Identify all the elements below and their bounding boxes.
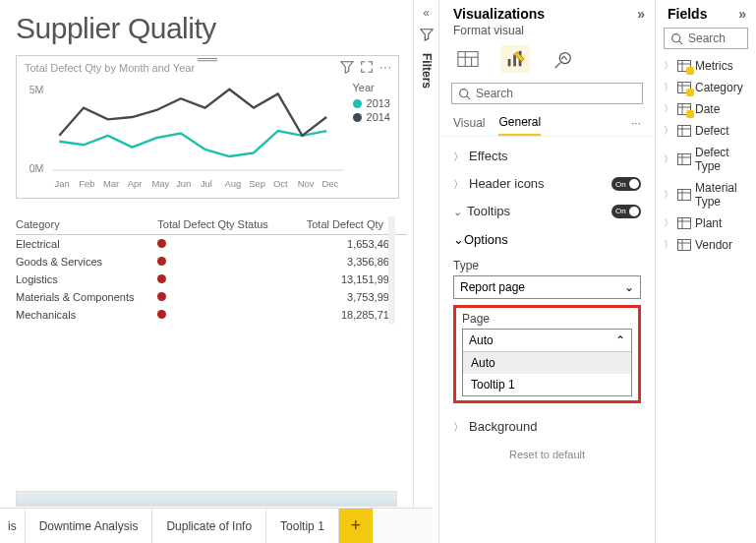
card-tooltips[interactable]: ⌄Tooltips [451, 198, 643, 224]
chevron-right-icon: 〉 [664, 216, 673, 230]
col-status[interactable]: Total Defect Qty Status [157, 216, 290, 235]
svg-text:Jun: Jun [176, 178, 191, 189]
status-dot-icon [157, 292, 166, 301]
page-dropdown[interactable]: Auto ⌃ Auto Tooltip 1 [462, 329, 632, 396]
chevron-right-icon: 〉 [453, 178, 464, 190]
analytics-icon[interactable] [548, 45, 577, 73]
status-dot-icon [157, 239, 166, 248]
field-table-defect-type[interactable]: 〉 Defect Type [656, 142, 756, 177]
report-canvas[interactable]: Supplier Quality ══ ··· Total Defect Qty… [0, 0, 413, 507]
page-option-auto[interactable]: Auto [463, 352, 631, 374]
visualizations-title: Visualizations [453, 6, 545, 22]
chevron-up-icon: ⌃ [615, 333, 625, 347]
svg-rect-46 [678, 218, 691, 229]
table-scrollbar[interactable] [388, 216, 395, 324]
status-dot-icon [157, 257, 166, 266]
status-dot-icon [157, 310, 166, 319]
chart-legend: Year 2013 2014 [349, 78, 390, 194]
line-chart-visual[interactable]: ══ ··· Total Defect Qty by Month and Yea… [16, 55, 399, 199]
tab-tooltip-1[interactable]: Tooltip 1 [266, 509, 339, 543]
svg-text:0M: 0M [29, 162, 44, 174]
format-search-input[interactable]: Search [451, 83, 643, 104]
subtab-general[interactable]: General [498, 110, 541, 136]
filter-icon[interactable] [340, 60, 354, 78]
category-table[interactable]: Category Total Defect Qty Status Total D… [16, 216, 407, 324]
subtab-visual[interactable]: Visual [453, 111, 485, 135]
chevron-right-icon: 〉 [664, 188, 673, 202]
subtab-more-icon[interactable]: ··· [631, 116, 641, 130]
format-visual-icon[interactable] [500, 45, 530, 73]
card-background[interactable]: 〉Background [451, 413, 643, 441]
svg-line-27 [679, 40, 682, 43]
filters-pane-collapsed[interactable]: « Filters [413, 0, 438, 543]
svg-text:Sep: Sep [249, 178, 265, 189]
page-tabs: is Downtime Analysis Duplicate of Info T… [0, 508, 433, 543]
tab-truncated[interactable]: is [0, 509, 26, 543]
status-dot-icon [157, 274, 166, 283]
page-dropdown-highlight: Page Auto ⌃ Auto Tooltip 1 [453, 305, 641, 403]
more-options-icon[interactable]: ··· [379, 60, 392, 78]
svg-text:May: May [151, 178, 169, 189]
expand-filters-icon[interactable]: « [423, 6, 430, 20]
chevron-down-icon: ⌄ [453, 232, 464, 247]
field-table-material-type[interactable]: 〉 Material Type [656, 177, 756, 212]
svg-point-26 [672, 33, 680, 41]
svg-text:Aug: Aug [225, 178, 242, 189]
chevron-right-icon: 〉 [664, 102, 673, 116]
type-dropdown[interactable]: Report page ⌄ [453, 275, 641, 299]
field-table-vendor[interactable]: 〉 Vendor [656, 234, 756, 256]
chevron-right-icon: 〉 [664, 152, 673, 166]
chevron-right-icon: 〉 [664, 238, 673, 252]
search-icon [458, 88, 471, 100]
col-category[interactable]: Category [16, 216, 157, 235]
field-table-date[interactable]: 〉 Date [656, 98, 756, 120]
svg-point-24 [460, 89, 468, 96]
svg-rect-37 [678, 126, 691, 137]
field-table-metrics[interactable]: 〉 Metrics [656, 55, 756, 77]
search-icon [670, 32, 683, 45]
table-row[interactable]: Logistics13,151,993 [16, 271, 407, 288]
focus-mode-icon[interactable] [360, 60, 374, 78]
table-row[interactable]: Goods & Services3,356,864 [16, 253, 407, 271]
table-row[interactable]: Materials & Components3,753,994 [16, 288, 407, 306]
svg-line-25 [467, 95, 470, 98]
svg-text:Jan: Jan [55, 178, 70, 189]
card-header-icons[interactable]: 〉Header icons [451, 170, 643, 198]
collapse-viz-icon[interactable]: » [637, 6, 645, 22]
svg-text:Nov: Nov [298, 178, 315, 189]
tooltips-toggle[interactable] [611, 205, 641, 218]
map-visual[interactable] [16, 491, 397, 507]
tab-downtime-analysis[interactable]: Downtime Analysis [26, 509, 153, 543]
field-table-defect[interactable]: 〉 Defect [656, 120, 756, 142]
field-table-plant[interactable]: 〉 Plant [656, 212, 756, 234]
build-visual-icon[interactable] [453, 45, 483, 73]
card-options[interactable]: ⌄Options [453, 226, 641, 253]
reset-to-default-link[interactable]: Reset to default [451, 441, 643, 460]
filters-label: Filters [420, 53, 434, 89]
chevron-down-icon: ⌄ [624, 280, 634, 294]
page-option-tooltip1[interactable]: Tooltip 1 [463, 374, 631, 395]
fields-title: Fields [668, 6, 707, 22]
chevron-right-icon: 〉 [453, 421, 464, 433]
visualizations-pane: Visualizations » Format visual Search Vi… [438, 0, 655, 543]
card-effects[interactable]: 〉Effects [451, 143, 643, 170]
collapse-fields-icon[interactable]: » [738, 6, 746, 22]
add-page-button[interactable]: + [339, 509, 373, 543]
page-title: Supplier Quality [16, 12, 407, 45]
tab-duplicate-of-info[interactable]: Duplicate of Info [152, 509, 266, 543]
fields-pane: Fields » Search 〉 Metrics〉 Category〉 Dat… [655, 0, 756, 543]
header-icons-toggle[interactable] [611, 177, 641, 191]
field-table-category[interactable]: 〉 Category [656, 77, 756, 98]
table-icon [677, 125, 691, 137]
table-icon [677, 239, 691, 251]
line-chart: 5M 0M JanFebMar AprMayJun JulAugSep OctN… [25, 78, 349, 194]
format-visual-label: Format visual [439, 24, 655, 41]
svg-text:Dec: Dec [321, 178, 338, 189]
chevron-down-icon: ⌄ [453, 206, 462, 217]
drag-handle-icon[interactable]: ══ [198, 51, 217, 67]
table-row[interactable]: Mechanicals18,285,712 [16, 306, 407, 324]
svg-line-23 [555, 63, 561, 68]
svg-rect-49 [678, 240, 691, 251]
table-row[interactable]: Electrical1,653,462 [16, 234, 407, 253]
fields-search-input[interactable]: Search [664, 28, 748, 49]
